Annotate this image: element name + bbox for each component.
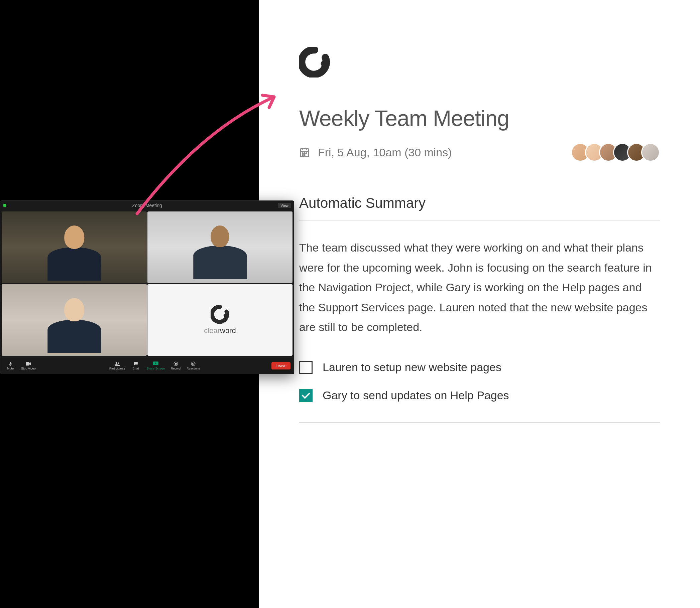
- reactions-icon: [190, 361, 196, 366]
- section-divider: [299, 422, 660, 423]
- share-screen-button[interactable]: Share Screen: [144, 360, 167, 372]
- svg-point-7: [175, 363, 177, 364]
- person-avatar-icon: [20, 222, 129, 283]
- participant-video-tile[interactable]: [2, 211, 147, 283]
- participants-button[interactable]: Participants: [107, 360, 127, 372]
- svg-point-9: [192, 363, 192, 363]
- view-button[interactable]: View: [278, 203, 291, 208]
- video-camera-icon: [25, 361, 32, 366]
- record-button[interactable]: Record: [169, 360, 183, 372]
- section-title: Automatic Summary: [299, 195, 660, 211]
- svg-rect-1: [10, 362, 11, 364]
- svg-point-11: [320, 60, 327, 66]
- participant-video-tile[interactable]: [2, 284, 147, 356]
- task-item: Gary to send updates on Help Pages: [299, 389, 660, 402]
- chat-icon: [133, 361, 139, 366]
- participant-video-tile[interactable]: [147, 211, 293, 283]
- meeting-meta-row: Fri, 5 Aug, 10am (30 mins): [299, 143, 660, 162]
- zoom-window-title: Zoom Meeting: [132, 203, 162, 208]
- record-icon: [173, 361, 179, 366]
- calendar-icon: [299, 147, 310, 158]
- svg-point-0: [224, 314, 227, 317]
- section-divider: [299, 221, 660, 221]
- zoom-toolbar: Mute Stop Video Participants Chat Share: [0, 357, 294, 374]
- stop-video-button[interactable]: Stop Video: [19, 360, 38, 372]
- person-avatar-icon: [165, 222, 274, 283]
- svg-point-17: [304, 153, 305, 154]
- attendee-avatar-stack[interactable]: [571, 143, 660, 162]
- reactions-button[interactable]: Reactions: [185, 360, 202, 372]
- zoom-titlebar: Zoom Meeting View: [0, 201, 294, 210]
- svg-point-3: [115, 362, 117, 363]
- zoom-meeting-window: Zoom Meeting View: [0, 201, 294, 374]
- task-checkbox[interactable]: [299, 361, 313, 374]
- person-avatar-icon: [20, 294, 129, 356]
- svg-point-20: [304, 155, 305, 156]
- svg-rect-2: [26, 362, 30, 365]
- task-checkbox[interactable]: [299, 389, 313, 402]
- summary-text: The team discussed what they were workin…: [299, 238, 660, 337]
- microphone-icon: [7, 361, 13, 366]
- encryption-indicator-icon: [3, 204, 6, 207]
- clearword-logo-icon: [299, 47, 660, 79]
- chat-button[interactable]: Chat: [129, 360, 142, 372]
- svg-point-8: [191, 362, 195, 366]
- leave-button[interactable]: Leave: [272, 362, 291, 369]
- video-grid: clearword: [0, 210, 294, 357]
- participants-icon: [114, 361, 120, 366]
- task-item: Lauren to setup new website pages: [299, 361, 660, 374]
- meeting-title: Weekly Team Meeting: [299, 106, 660, 131]
- svg-point-18: [306, 153, 307, 154]
- attendee-avatar[interactable]: [641, 143, 660, 162]
- meeting-report-panel: Weekly Team Meeting Fri, 5 Aug, 10am (30…: [259, 0, 700, 608]
- svg-point-4: [118, 362, 119, 364]
- task-list: Lauren to setup new website pages Gary t…: [299, 361, 660, 402]
- svg-point-16: [302, 153, 303, 154]
- clearword-bot-tile[interactable]: clearword: [147, 284, 293, 356]
- clearword-logo-icon: [210, 305, 229, 324]
- svg-point-19: [302, 155, 303, 156]
- task-label: Gary to send updates on Help Pages: [323, 389, 509, 402]
- meeting-date: Fri, 5 Aug, 10am (30 mins): [318, 146, 452, 159]
- mute-button[interactable]: Mute: [4, 360, 17, 372]
- share-screen-icon: [153, 361, 159, 366]
- clearword-brand-label: clearword: [204, 326, 236, 335]
- task-label: Lauren to setup new website pages: [323, 361, 501, 374]
- svg-point-10: [194, 363, 194, 363]
